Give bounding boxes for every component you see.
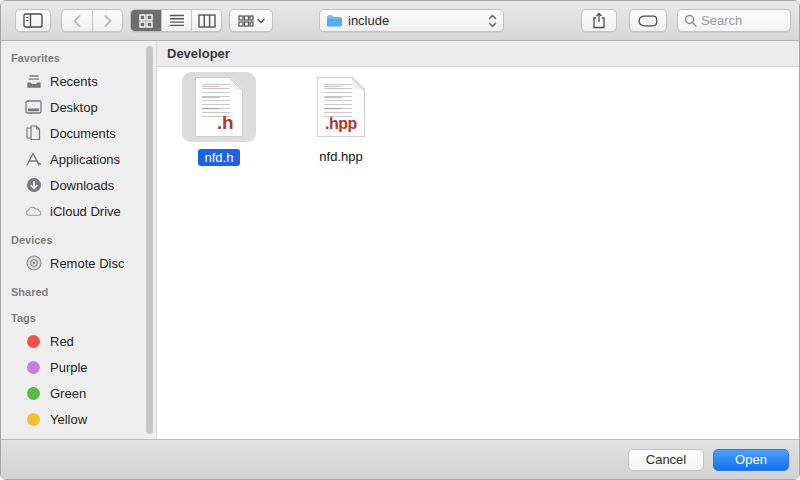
sidebar-item-label: Remote Disc xyxy=(50,256,124,271)
sidebar-item-label: Applications xyxy=(50,152,120,167)
file-item-nfd-h[interactable]: .h nfd.h xyxy=(181,72,257,166)
sidebar-item-recents[interactable]: Recents xyxy=(1,68,156,94)
toolbar-right-tools xyxy=(581,9,791,32)
sidebar-item-applications[interactable]: Applications xyxy=(1,146,156,172)
desktop-icon xyxy=(25,99,42,116)
tag-label: Red xyxy=(50,334,74,349)
chevron-left-icon xyxy=(72,14,82,28)
dialog-body: Favorites Recents Desktop Documents xyxy=(1,41,799,439)
page-fold-corner xyxy=(230,77,243,90)
sidebar-item-label: iCloud Drive xyxy=(50,204,121,219)
tag-color-dot xyxy=(27,387,40,400)
tags-button[interactable] xyxy=(629,9,667,32)
view-grid-button[interactable] xyxy=(131,10,161,31)
chevron-down-icon xyxy=(257,18,265,24)
sidebar-scrollbar[interactable] xyxy=(146,46,153,434)
sidebar-item-tag-green[interactable]: Green xyxy=(1,380,156,406)
back-button[interactable] xyxy=(62,10,92,31)
tag-label: Green xyxy=(50,386,86,401)
arrange-grid-icon xyxy=(238,15,254,27)
sidebar-item-desktop[interactable]: Desktop xyxy=(1,94,156,120)
page-fold-corner xyxy=(352,77,365,90)
sidebar-section-shared: Shared xyxy=(1,282,156,302)
search-field-container xyxy=(677,9,791,32)
share-button[interactable] xyxy=(581,9,617,32)
file-browser-content: Developer .h nfd.h xyxy=(157,41,799,439)
grid-view-icon xyxy=(139,14,153,28)
file-extension-text: .h xyxy=(196,112,242,134)
group-header: Developer xyxy=(157,41,799,67)
applications-icon xyxy=(25,151,42,168)
file-item-nfd-hpp[interactable]: .hpp nfd.hpp xyxy=(303,72,379,166)
downloads-icon xyxy=(25,177,42,194)
tag-icon xyxy=(638,15,658,27)
file-icon-selection-background: .h xyxy=(182,72,256,142)
recents-icon xyxy=(25,73,42,90)
tag-label: Yellow xyxy=(50,412,87,427)
folder-icon xyxy=(326,14,343,28)
cancel-button[interactable]: Cancel xyxy=(628,449,704,471)
search-icon xyxy=(684,14,697,27)
sidebar-item-tag-purple[interactable]: Purple xyxy=(1,354,156,380)
sidebar-item-downloads[interactable]: Downloads xyxy=(1,172,156,198)
up-down-chevrons-icon xyxy=(488,14,497,28)
file-name-label: nfd.hpp xyxy=(319,149,362,164)
tag-color-dot xyxy=(27,439,40,440)
open-button[interactable]: Open xyxy=(713,449,789,471)
file-icon-background: .hpp xyxy=(304,72,378,142)
search-input[interactable] xyxy=(701,13,781,28)
current-folder-dropdown[interactable]: include xyxy=(319,9,504,32)
tag-label: Purple xyxy=(50,360,88,375)
open-file-dialog: include xyxy=(0,0,800,480)
sidebar-item-label: Recents xyxy=(50,74,98,89)
sidebar-item-label: Desktop xyxy=(50,100,98,115)
sidebar-item-tag-yellow[interactable]: Yellow xyxy=(1,406,156,432)
toolbar: include xyxy=(1,1,799,41)
chevron-right-icon xyxy=(103,14,113,28)
sidebar-item-label: Documents xyxy=(50,126,116,141)
dialog-footer: Cancel Open xyxy=(1,439,799,479)
header-file-icon: .h xyxy=(195,77,243,137)
share-icon xyxy=(592,12,606,29)
arrange-dropdown-button[interactable] xyxy=(229,9,273,32)
sidebar-item-tag-red[interactable]: Red xyxy=(1,328,156,354)
list-view-icon xyxy=(169,14,185,27)
file-name-label: nfd.h xyxy=(198,149,241,166)
columns-view-icon xyxy=(198,14,216,28)
tag-color-dot xyxy=(27,335,40,348)
documents-icon xyxy=(25,125,42,142)
sidebar: Favorites Recents Desktop Documents xyxy=(1,41,157,439)
icloud-icon xyxy=(25,203,42,220)
view-mode-segmented-control xyxy=(130,9,222,32)
disc-icon xyxy=(25,255,42,272)
file-grid: .h nfd.h .hpp nfd.hpp xyxy=(157,67,799,166)
file-extension-text: .hpp xyxy=(318,115,364,133)
sidebar-item-remote-disc[interactable]: Remote Disc xyxy=(1,250,156,276)
tag-color-dot xyxy=(27,413,40,426)
sidebar-item-icloud-drive[interactable]: iCloud Drive xyxy=(1,198,156,224)
sidebar-section-devices: Devices xyxy=(1,230,156,250)
history-nav xyxy=(61,9,123,32)
view-columns-button[interactable] xyxy=(191,10,221,31)
forward-button[interactable] xyxy=(92,10,122,31)
sidebar-item-documents[interactable]: Documents xyxy=(1,120,156,146)
header-file-icon: .hpp xyxy=(317,77,365,137)
current-folder-name: include xyxy=(348,13,483,28)
sidebar-toggle-button[interactable] xyxy=(15,9,51,32)
sidebar-section-tags: Tags xyxy=(1,308,156,328)
sidebar-section-favorites: Favorites xyxy=(1,48,156,68)
sidebar-toggle-icon xyxy=(23,13,43,28)
view-list-button[interactable] xyxy=(161,10,191,31)
sidebar-item-tag-blue-clipped[interactable] xyxy=(1,432,156,439)
tag-color-dot xyxy=(27,361,40,374)
sidebar-item-label: Downloads xyxy=(50,178,114,193)
